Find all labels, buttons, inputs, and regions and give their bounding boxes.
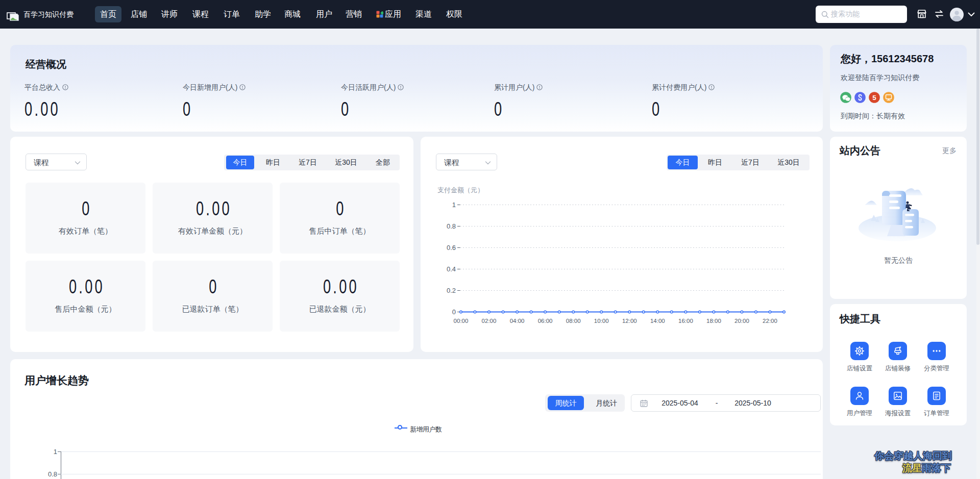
svg-text:0.8: 0.8 xyxy=(447,222,456,230)
svg-text:12:00: 12:00 xyxy=(622,318,637,324)
svg-text:0.6: 0.6 xyxy=(447,244,456,251)
svg-text:20:00: 20:00 xyxy=(734,318,749,324)
svg-text:0: 0 xyxy=(452,308,456,316)
svg-text:22:00: 22:00 xyxy=(763,318,777,324)
svg-text:08:00: 08:00 xyxy=(566,318,581,324)
svg-text:0.2: 0.2 xyxy=(447,287,456,294)
svg-text:10:00: 10:00 xyxy=(594,318,609,324)
svg-text:18:00: 18:00 xyxy=(706,318,721,324)
svg-text:16:00: 16:00 xyxy=(678,318,693,324)
svg-text:0.4: 0.4 xyxy=(447,265,456,273)
svg-text:06:00: 06:00 xyxy=(538,318,553,324)
svg-text:5: 5 xyxy=(872,94,876,102)
svg-text:02:00: 02:00 xyxy=(482,318,497,324)
svg-text:1: 1 xyxy=(452,201,456,209)
svg-text:04:00: 04:00 xyxy=(510,318,525,324)
svg-text:14:00: 14:00 xyxy=(650,318,665,324)
svg-text:00:00: 00:00 xyxy=(454,318,469,324)
